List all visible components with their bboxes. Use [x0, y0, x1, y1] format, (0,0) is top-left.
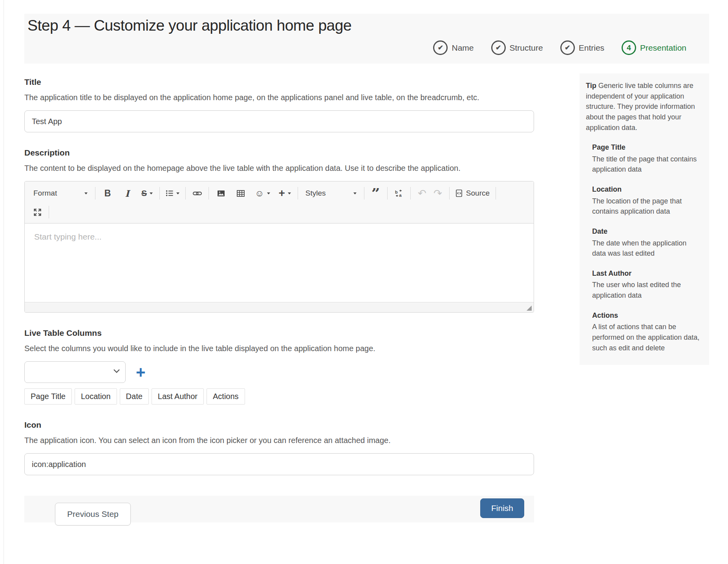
chevron-down-icon	[150, 192, 153, 194]
chevron-down-icon	[288, 192, 291, 194]
chevron-down-icon	[267, 192, 270, 194]
editor-toolbar: Format B I S	[25, 181, 534, 223]
editor-content-area[interactable]: Start typing here...	[25, 223, 534, 302]
step-label: Name	[452, 43, 474, 53]
table-icon	[237, 190, 245, 197]
wizard-header: Step 4 — Customize your application home…	[24, 14, 709, 64]
step-presentation[interactable]: 4 Presentation	[622, 40, 686, 55]
source-button-label: Source	[466, 189, 490, 198]
step-done-circle: ✔	[491, 40, 506, 55]
step-structure[interactable]: ✔ Structure	[491, 40, 543, 55]
toolbar-separator	[49, 206, 49, 218]
step-entries[interactable]: ✔ Entries	[560, 40, 604, 55]
image-button[interactable]	[213, 185, 229, 202]
tip-definition: The user who last edited the application…	[592, 280, 701, 300]
step-label: Entries	[579, 43, 604, 53]
toolbar-separator	[496, 187, 496, 200]
italic-button[interactable]: I	[119, 185, 135, 202]
bullet-list-icon	[166, 190, 174, 197]
step-number-circle: 4	[622, 40, 636, 55]
check-icon: ✔	[565, 44, 570, 51]
format-dropdown[interactable]: Format	[29, 185, 91, 202]
toolbar-separator	[159, 187, 160, 200]
title-label: Title	[24, 77, 534, 87]
tip-definitions: Page Title The title of the page that co…	[586, 142, 701, 353]
resize-handle-icon[interactable]	[527, 306, 532, 311]
editor-bottom-bar	[25, 302, 534, 312]
emoji-button[interactable]: ☺	[252, 185, 272, 202]
toolbar-separator	[449, 187, 450, 200]
column-tag[interactable]: Date	[120, 388, 149, 405]
svg-text:b: b	[395, 190, 398, 194]
tip-definition: The location of the page that contains a…	[592, 196, 701, 217]
wizard-form: Title The application title to be displa…	[24, 64, 534, 522]
column-tag[interactable]: Page Title	[24, 388, 72, 405]
link-icon	[193, 190, 202, 196]
tip-term: Location	[592, 184, 701, 195]
toolbar-separator	[364, 187, 364, 200]
table-button[interactable]	[233, 185, 249, 202]
redo-button[interactable]: ↷	[430, 185, 446, 202]
plus-icon: +	[279, 188, 285, 199]
tip-definition: A list of actions that can be performed …	[592, 322, 701, 353]
live-table-columns-section: Live Table Columns Select the columns yo…	[24, 328, 534, 405]
toolbar-separator	[185, 187, 186, 200]
chevron-down-icon	[353, 192, 357, 194]
column-tag[interactable]: Actions	[207, 388, 245, 405]
bold-button[interactable]: B	[100, 185, 115, 202]
previous-step-button[interactable]: Previous Step	[55, 503, 131, 526]
description-label: Description	[24, 148, 534, 157]
tip-text: Generic live table columns are independe…	[586, 82, 695, 132]
strikethrough-button[interactable]: S	[139, 185, 155, 202]
tip-definition: The date when the application data was l…	[592, 238, 701, 259]
tip-panel: Tip Generic live table columns are indep…	[580, 73, 709, 365]
styles-dropdown[interactable]: Styles	[302, 185, 360, 202]
live-table-columns-description: Select the columns you would like to inc…	[24, 342, 534, 354]
title-section: Title The application title to be displa…	[24, 77, 534, 132]
styles-dropdown-label: Styles	[305, 189, 326, 198]
maximize-button[interactable]	[29, 203, 45, 221]
link-button[interactable]	[189, 185, 205, 202]
step-done-circle: ✔	[433, 40, 448, 55]
rich-text-editor: Format B I S	[24, 181, 534, 313]
finish-button[interactable]: Finish	[480, 498, 524, 518]
step-label: Structure	[510, 43, 543, 53]
chevron-down-icon	[176, 192, 179, 194]
toolbar-separator	[410, 187, 411, 200]
undo-button[interactable]: ↶	[414, 185, 430, 202]
toolbar-separator	[298, 187, 298, 200]
format-dropdown-label: Format	[33, 189, 57, 198]
source-button[interactable]: Source	[453, 185, 492, 202]
editor-placeholder: Start typing here...	[34, 232, 102, 241]
toolbar-separator	[95, 187, 95, 200]
selected-columns: Page Title Location Date Last Author Act…	[24, 388, 534, 405]
smiley-icon: ☺	[255, 188, 264, 199]
toolbar-separator	[209, 187, 209, 200]
chevron-down-icon	[84, 192, 88, 194]
source-icon	[455, 189, 463, 197]
title-input[interactable]	[24, 110, 534, 132]
language-button[interactable]: b a	[391, 185, 407, 202]
tip-label: Tip	[586, 82, 596, 90]
tip-intro: Tip Generic live table columns are indep…	[586, 81, 701, 133]
description-section: Description The content to be displayed …	[24, 148, 534, 313]
icon-section: Icon The application icon. You can selec…	[24, 420, 534, 475]
live-table-columns-label: Live Table Columns	[24, 328, 534, 338]
step-name[interactable]: ✔ Name	[433, 40, 474, 55]
title-description: The application title to be displayed on…	[24, 92, 534, 103]
step-done-circle: ✔	[560, 40, 575, 55]
insert-more-button[interactable]: +	[276, 185, 293, 202]
tip-definition: The title of the page that contains appl…	[592, 154, 701, 175]
description-description: The content to be displayed on the homep…	[24, 162, 534, 174]
column-tag[interactable]: Location	[75, 388, 117, 405]
toolbar-separator	[387, 187, 388, 200]
column-select[interactable]	[24, 361, 126, 383]
add-column-button[interactable]: +	[135, 364, 146, 381]
list-button[interactable]	[163, 185, 182, 202]
check-icon: ✔	[438, 44, 443, 51]
icon-input[interactable]	[24, 453, 534, 475]
wizard-footer: Previous Step Finish	[24, 496, 534, 522]
language-icon: b a	[395, 190, 403, 197]
column-tag[interactable]: Last Author	[152, 388, 204, 405]
blockquote-button[interactable]: ”	[368, 188, 384, 198]
